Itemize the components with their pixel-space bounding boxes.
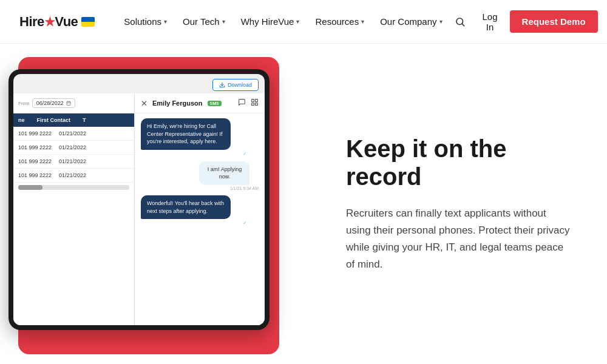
download-btn-area: Download — [13, 74, 265, 93]
nav-items: Solutions ▾ Our Tech ▾ Why HireVue ▾ Res… — [117, 12, 449, 32]
message-outgoing-1: I am! Applying now. 1/1/21 9:34 AM — [199, 161, 259, 190]
ukraine-flag-icon — [81, 17, 95, 27]
message-bubble: I am! Applying now. — [199, 161, 249, 185]
col-name: ne — [18, 117, 25, 123]
device-container: Download From 06/28/2022 — [8, 63, 276, 342]
message-incoming-2: Wonderful! You'll hear back with next st… — [141, 195, 247, 226]
scroll-bar[interactable] — [18, 185, 129, 190]
nav-item-why-hirevue[interactable]: Why HireVue ▾ — [234, 12, 307, 32]
message-bubble: Hi Emily, we're hiring for Call Center R… — [141, 118, 231, 150]
request-demo-button[interactable]: Request Demo — [510, 10, 598, 33]
close-icon[interactable]: ✕ — [141, 99, 148, 108]
navbar: Hire★Vue Solutions ▾ Our Tech ▾ Why Hire… — [0, 0, 607, 44]
checkmark-icon: ✓ — [243, 220, 247, 226]
scroll-thumb[interactable] — [18, 185, 42, 190]
chat-messages: Hi Emily, we're hiring for Call Center R… — [135, 113, 265, 325]
chat-panel: ✕ Emily Ferguson SMS — [135, 93, 265, 325]
nav-item-resources[interactable]: Resources ▾ — [308, 12, 371, 32]
checkmark-icon: ✓ — [243, 151, 247, 157]
login-button[interactable]: Log In — [475, 7, 505, 37]
svg-line-1 — [462, 24, 464, 25]
logo-vue: Vue — [55, 14, 78, 29]
chevron-down-icon: ▾ — [361, 18, 364, 25]
phone-cell: 101 999 2222 — [18, 158, 52, 164]
chat-header: ✕ Emily Ferguson SMS — [135, 93, 265, 113]
message-timestamp: 1/1/21 9:34 AM ✓ — [141, 151, 247, 157]
nav-item-solutions[interactable]: Solutions ▾ — [117, 12, 174, 32]
col-first-contact: First Contact — [37, 117, 71, 123]
date-cell: 01/21/2022 — [59, 144, 86, 150]
logo-star-icon: ★ — [44, 15, 55, 29]
logo-hire: Hire — [19, 14, 44, 29]
date-filter: From 06/28/2022 — [13, 93, 134, 113]
table-row[interactable]: 101 999 2222 01/21/2022 — [13, 169, 134, 183]
chevron-down-icon: ▾ — [439, 18, 443, 25]
download-button[interactable]: Download — [212, 79, 259, 91]
chevron-down-icon: ▾ — [164, 18, 167, 25]
from-label: From — [18, 101, 30, 106]
svg-rect-8 — [256, 99, 258, 102]
sms-badge: SMS — [208, 101, 222, 106]
main-content: Download From 06/28/2022 — [0, 44, 607, 364]
chevron-down-icon: ▾ — [296, 18, 299, 25]
table-row[interactable]: 101 999 2222 01/21/2022 — [13, 127, 134, 141]
download-icon — [219, 82, 225, 88]
left-section: Download From 06/28/2022 — [0, 44, 316, 364]
search-icon — [455, 16, 466, 27]
chat-action-icons — [238, 98, 259, 108]
svg-rect-9 — [252, 103, 254, 106]
nav-item-our-tech[interactable]: Our Tech ▾ — [175, 12, 232, 32]
date-input[interactable]: 06/28/2022 — [32, 98, 75, 108]
tablet-frame: Download From 06/28/2022 — [8, 69, 270, 330]
date-cell: 01/21/2022 — [59, 158, 86, 164]
hero-title: Keep it on the record — [346, 135, 571, 190]
hero-description: Recruiters can finally text applicants w… — [346, 205, 571, 273]
phone-cell: 101 999 2222 — [18, 130, 52, 136]
message-timestamp: 1/1/21 9:34 AM — [199, 186, 259, 190]
svg-rect-3 — [67, 101, 70, 105]
chevron-down-icon: ▾ — [222, 18, 225, 25]
table-row[interactable]: 101 999 2222 01/21/2022 — [13, 155, 134, 169]
svg-rect-10 — [256, 103, 258, 106]
logo-text: Hire★Vue — [19, 14, 78, 30]
phone-cell: 101 999 2222 — [18, 172, 52, 178]
calendar-icon — [66, 101, 71, 106]
app-inner: From 06/28/2022 ne — [13, 93, 265, 325]
right-section: Keep it on the record Recruiters can fin… — [316, 44, 607, 364]
message-icon[interactable] — [238, 98, 246, 108]
message-incoming-1: Hi Emily, we're hiring for Call Center R… — [141, 118, 247, 157]
logo[interactable]: Hire★Vue — [19, 14, 95, 30]
grid-icon[interactable] — [251, 98, 259, 108]
message-timestamp: 1/1/21 9:34 AM ✓ — [141, 220, 247, 226]
nav-item-our-company[interactable]: Our Company ▾ — [373, 12, 449, 32]
table-header: ne First Contact T — [13, 113, 134, 127]
svg-rect-7 — [252, 99, 254, 102]
phone-cell: 101 999 2222 — [18, 144, 52, 150]
date-cell: 01/21/2022 — [59, 130, 86, 136]
search-button[interactable] — [450, 12, 470, 32]
message-bubble: Wonderful! You'll hear back with next st… — [141, 195, 231, 219]
nav-right: Log In Request Demo — [450, 7, 598, 37]
chat-contact-name: Emily Ferguson — [152, 99, 203, 107]
tablet-screen: Download From 06/28/2022 — [13, 74, 265, 325]
date-cell: 01/21/2022 — [59, 172, 86, 178]
col-t: T — [83, 117, 86, 123]
table-row[interactable]: 101 999 2222 01/21/2022 — [13, 141, 134, 155]
table-section: From 06/28/2022 ne — [13, 93, 135, 325]
